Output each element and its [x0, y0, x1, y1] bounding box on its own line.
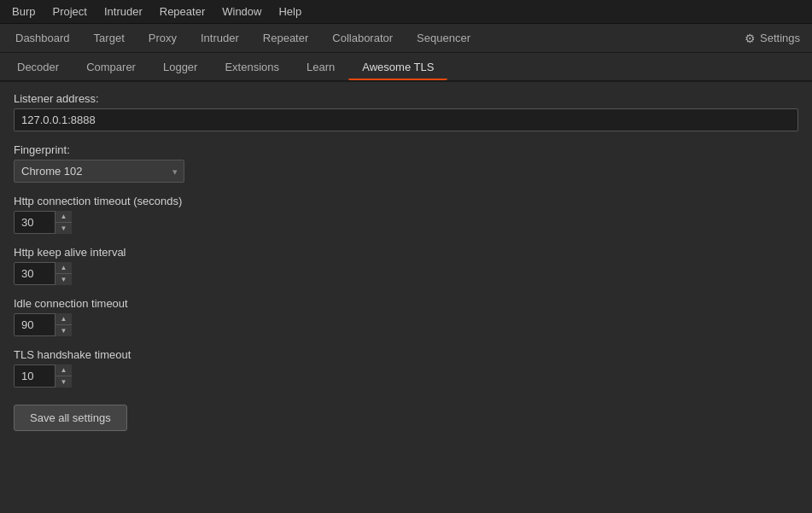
http-keepalive-spinner: ▲ ▼ — [14, 262, 72, 285]
http-timeout-down-button[interactable]: ▼ — [55, 223, 72, 234]
idle-timeout-label: Idle connection timeout — [14, 297, 798, 310]
gear-icon: ⚙ — [745, 32, 756, 45]
tab-target[interactable]: Target — [82, 26, 137, 50]
menu-item-repeater[interactable]: Repeater — [151, 2, 213, 21]
settings-label: Settings — [760, 32, 800, 44]
tab-dashboard[interactable]: Dashboard — [3, 26, 82, 50]
tls-timeout-label: TLS handshake timeout — [14, 348, 798, 361]
tab-comparer[interactable]: Comparer — [73, 55, 149, 79]
idle-timeout-up-button[interactable]: ▲ — [55, 313, 72, 325]
http-keepalive-down-button[interactable]: ▼ — [55, 274, 72, 285]
menu-bar: Burp Project Intruder Repeater Window He… — [0, 0, 812, 24]
tab-intruder[interactable]: Intruder — [189, 26, 251, 50]
content-area: Listener address: Fingerprint: Chrome 10… — [0, 82, 812, 441]
tab-repeater[interactable]: Repeater — [251, 26, 320, 50]
tls-timeout-spinner: ▲ ▼ — [14, 364, 72, 388]
idle-timeout-spinner-buttons: ▲ ▼ — [55, 313, 72, 336]
http-timeout-spinner-buttons: ▲ ▼ — [55, 211, 72, 234]
tab-decoder[interactable]: Decoder — [3, 55, 73, 79]
menu-item-help[interactable]: Help — [270, 2, 310, 21]
tab-awesome-tls[interactable]: Awesome TLS — [348, 55, 447, 80]
tab-sequencer[interactable]: Sequencer — [405, 26, 482, 50]
tab-learn[interactable]: Learn — [293, 55, 348, 79]
http-keepalive-spinner-buttons: ▲ ▼ — [55, 262, 72, 285]
http-timeout-up-button[interactable]: ▲ — [55, 211, 72, 223]
tab-collaborator[interactable]: Collaborator — [320, 26, 405, 50]
http-keepalive-label: Http keep alive interval — [14, 246, 798, 259]
tls-timeout-spinner-buttons: ▲ ▼ — [55, 364, 72, 388]
tab-proxy[interactable]: Proxy — [137, 26, 189, 50]
save-all-settings-button[interactable]: Save all settings — [14, 405, 127, 431]
fingerprint-select-wrapper: Chrome 102 Chrome 106 Firefox 102 Custom… — [14, 160, 184, 183]
settings-tab[interactable]: ⚙ Settings — [736, 26, 809, 50]
menu-item-window[interactable]: Window — [213, 2, 270, 21]
http-timeout-spinner: ▲ ▼ — [14, 211, 72, 234]
tls-timeout-up-button[interactable]: ▲ — [55, 364, 72, 376]
tls-timeout-down-button[interactable]: ▼ — [55, 376, 72, 388]
menu-item-intruder[interactable]: Intruder — [96, 2, 151, 21]
http-keepalive-up-button[interactable]: ▲ — [55, 262, 72, 274]
menu-item-project[interactable]: Project — [44, 2, 95, 21]
idle-timeout-spinner: ▲ ▼ — [14, 313, 72, 336]
listener-address-input[interactable] — [14, 108, 798, 131]
tab-bar-1: Dashboard Target Proxy Intruder Repeater… — [0, 24, 812, 53]
tab-logger[interactable]: Logger — [149, 55, 211, 79]
tab-bar-2: Decoder Comparer Logger Extensions Learn… — [0, 53, 812, 82]
http-timeout-label: Http connection timeout (seconds) — [14, 195, 798, 207]
listener-address-label: Listener address: — [14, 92, 798, 105]
idle-timeout-down-button[interactable]: ▼ — [55, 325, 72, 336]
tab-extensions[interactable]: Extensions — [211, 55, 293, 79]
fingerprint-select[interactable]: Chrome 102 Chrome 106 Firefox 102 Custom — [14, 160, 184, 183]
fingerprint-label: Fingerprint: — [14, 143, 798, 156]
menu-item-burp[interactable]: Burp — [3, 2, 44, 21]
